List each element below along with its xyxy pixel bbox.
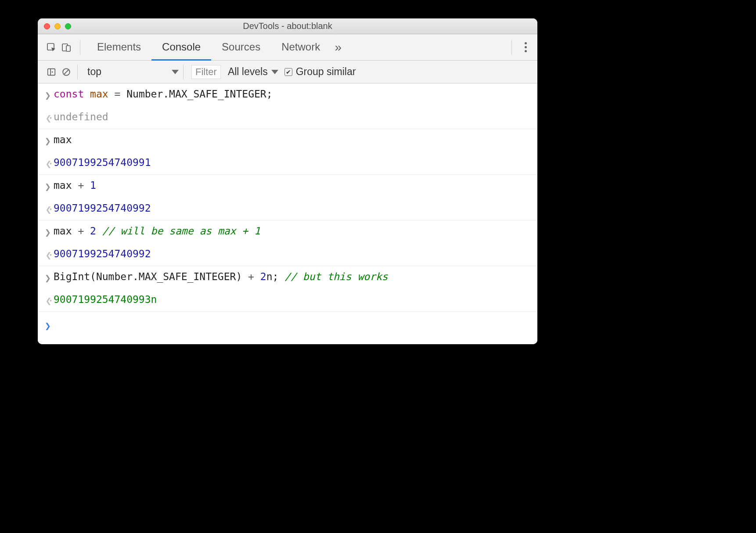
line-content: max + 2 // will be same as max + 1 <box>54 223 531 239</box>
zoom-window-button[interactable] <box>65 23 71 29</box>
output-chevron-icon: ❮‧ <box>46 202 50 217</box>
clear-console-icon[interactable] <box>59 65 74 79</box>
context-label: top <box>87 66 101 78</box>
more-tabs-button[interactable]: » <box>331 40 346 55</box>
line-content: 9007199254740991 <box>54 155 531 170</box>
group-similar-checkbox[interactable]: ✔ Group similar <box>284 66 356 78</box>
tab-network[interactable]: Network <box>271 35 331 61</box>
devtools-window: DevTools - about:blank ElementsConsoleSo… <box>38 18 537 344</box>
console-input-line: ❯max + 2 // will be same as max + 1 <box>38 220 537 243</box>
minimize-window-button[interactable] <box>54 23 61 29</box>
line-content: 9007199254740992 <box>54 246 531 262</box>
line-content: max <box>54 132 531 148</box>
chevron-down-icon <box>172 70 179 74</box>
window-titlebar: DevTools - about:blank <box>38 18 537 34</box>
console-output-line: ❮‧9007199254740992 <box>38 243 537 266</box>
levels-label: All levels <box>228 66 268 78</box>
tab-sources[interactable]: Sources <box>211 35 271 61</box>
close-window-button[interactable] <box>44 23 50 29</box>
console-output-line: ❮‧9007199254740992 <box>38 198 537 220</box>
filter-input[interactable]: Filter <box>191 65 221 79</box>
chevron-down-icon <box>271 70 278 74</box>
line-content: max + 1 <box>54 178 531 193</box>
input-chevron-icon: ❯ <box>45 270 51 286</box>
traffic-lights <box>38 23 71 29</box>
inspect-element-icon[interactable] <box>44 40 59 55</box>
console-output-line: ❮‧undefined <box>38 106 537 129</box>
device-toolbar-icon[interactable] <box>59 40 74 55</box>
line-content: undefined <box>54 109 531 125</box>
line-content: 9007199254740993n <box>54 292 531 307</box>
console-input-line: ❯BigInt(Number.MAX_SAFE_INTEGER) + 2n; /… <box>38 266 537 289</box>
devtools-menu-button[interactable] <box>518 42 533 52</box>
svg-rect-2 <box>66 46 70 51</box>
separator <box>183 65 184 79</box>
window-title: DevTools - about:blank <box>38 21 537 31</box>
tab-console[interactable]: Console <box>151 35 211 61</box>
log-levels-select[interactable]: All levels <box>228 66 278 78</box>
input-chevron-icon: ❯ <box>45 88 51 103</box>
separator <box>511 40 512 55</box>
output-chevron-icon: ❮‧ <box>46 293 50 309</box>
panel-tabs: ElementsConsoleSourcesNetwork <box>86 34 331 60</box>
execution-context-select[interactable]: top <box>83 65 183 79</box>
console-input-line: ❯max <box>38 129 537 152</box>
tab-elements[interactable]: Elements <box>86 35 151 61</box>
toggle-console-sidebar-icon[interactable] <box>44 65 59 79</box>
output-chevron-icon: ❮‧ <box>46 248 50 263</box>
input-chevron-icon: ❯ <box>45 179 51 194</box>
console-toolbar: top Filter All levels ✔ Group similar <box>38 61 537 83</box>
input-chevron-icon: ❯ <box>45 133 51 149</box>
line-content: BigInt(Number.MAX_SAFE_INTEGER) + 2n; //… <box>54 269 531 285</box>
prompt-chevron-icon: ❯ <box>45 318 51 334</box>
checkbox-icon: ✔ <box>284 68 292 76</box>
console-output-line: ❮‧9007199254740991 <box>38 152 537 175</box>
console-input-line: ❯const max = Number.MAX_SAFE_INTEGER; <box>38 83 537 106</box>
separator <box>77 65 78 79</box>
svg-rect-3 <box>48 68 55 75</box>
console-output: ❯const max = Number.MAX_SAFE_INTEGER;❮‧u… <box>38 83 537 344</box>
input-chevron-icon: ❯ <box>45 225 51 240</box>
console-input-line: ❯max + 1 <box>38 174 537 198</box>
line-content: 9007199254740992 <box>54 201 531 216</box>
output-chevron-icon: ❮‧ <box>46 156 50 172</box>
line-content: const max = Number.MAX_SAFE_INTEGER; <box>54 86 531 102</box>
devtools-tabstrip: ElementsConsoleSourcesNetwork » <box>38 34 537 61</box>
group-similar-label: Group similar <box>296 66 356 78</box>
separator <box>80 40 80 55</box>
console-output-line: ❮‧9007199254740993n <box>38 289 537 312</box>
output-chevron-icon: ❮‧ <box>46 111 50 126</box>
console-prompt[interactable]: ❯ <box>38 311 537 344</box>
